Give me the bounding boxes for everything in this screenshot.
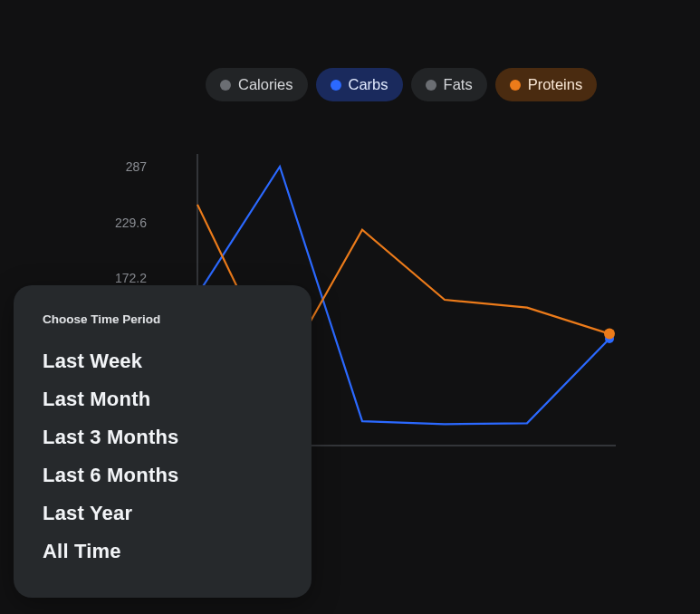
legend-label: Proteins <box>528 76 583 93</box>
y-tick-label: 229.6 <box>115 216 147 230</box>
legend-label: Calories <box>238 76 293 93</box>
time-period-option[interactable]: Last 6 Months <box>43 456 283 494</box>
time-period-option[interactable]: Last Year <box>43 494 283 532</box>
series-endpoint-dot <box>604 329 615 340</box>
popover-options: Last WeekLast MonthLast 3 MonthsLast 6 M… <box>43 342 283 571</box>
dot-icon <box>220 80 231 91</box>
chart-legend: Calories Carbs Fats Proteins <box>206 68 597 101</box>
legend-label: Fats <box>444 76 473 93</box>
time-period-popover: Choose Time Period Last WeekLast MonthLa… <box>14 285 312 598</box>
legend-item-proteins[interactable]: Proteins <box>495 68 598 101</box>
time-period-option[interactable]: All Time <box>43 532 283 571</box>
y-tick-label: 172.2 <box>115 271 147 285</box>
popover-title: Choose Time Period <box>43 312 283 326</box>
dot-icon <box>426 80 436 91</box>
legend-item-carbs[interactable]: Carbs <box>316 68 403 101</box>
legend-label: Carbs <box>349 76 388 93</box>
time-period-option[interactable]: Last Month <box>43 380 283 418</box>
dot-icon <box>510 80 521 91</box>
legend-item-fats[interactable]: Fats <box>411 68 487 101</box>
y-tick-label: 287 <box>126 159 147 174</box>
dot-icon <box>331 80 341 91</box>
time-period-option[interactable]: Last 3 Months <box>43 418 283 456</box>
legend-item-calories[interactable]: Calories <box>206 68 308 101</box>
time-period-option[interactable]: Last Week <box>43 342 283 380</box>
